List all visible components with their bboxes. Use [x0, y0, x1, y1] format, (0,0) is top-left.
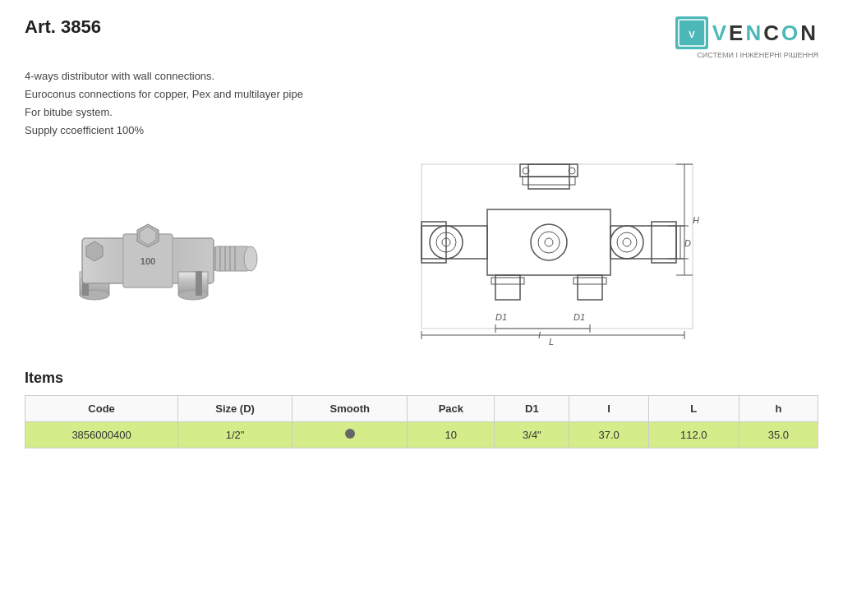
col-header-i: I: [569, 396, 648, 422]
cell-l: 112.0: [648, 422, 739, 448]
svg-text:V: V: [689, 30, 695, 39]
svg-text:100: 100: [140, 256, 155, 266]
svg-rect-27: [523, 177, 575, 185]
svg-point-42: [538, 232, 560, 253]
col-header-pack: Pack: [408, 396, 495, 422]
table-row: 3856000400 1/2" 10 3/4" 37.0 112.0 35.0: [25, 422, 818, 448]
svg-rect-44: [495, 275, 520, 300]
cell-smooth: [293, 422, 408, 448]
svg-text:D1: D1: [495, 312, 507, 322]
svg-point-12: [244, 246, 257, 271]
svg-point-39: [617, 232, 637, 252]
svg-rect-46: [491, 278, 524, 284]
smooth-indicator: [345, 429, 355, 439]
svg-point-43: [545, 238, 553, 246]
cell-h: 35.0: [739, 422, 818, 448]
desc-line4: Supply ccoefficient 100%: [25, 122, 818, 140]
svg-rect-37: [652, 222, 676, 263]
svg-text:L: L: [549, 337, 554, 345]
items-table: Code Size (D) Smooth Pack D1 I L h 38560…: [25, 395, 818, 448]
description: 4-ways distributor with wall connections…: [25, 67, 818, 140]
svg-rect-30: [487, 209, 610, 275]
article-title: Art. 3856: [25, 16, 101, 38]
header: Art. 3856 V VENCON СИСТЕМИ І ІНЖЕНЕРНІ Р…: [25, 16, 818, 59]
items-section: Items Code Size (D) Smooth Pack D1 I L h…: [25, 370, 818, 448]
svg-point-20: [178, 290, 208, 300]
product-svg: 100: [33, 164, 263, 329]
desc-line1: 4-ways distributor with wall connections…: [25, 67, 818, 85]
logo-subtitle: СИСТЕМИ І ІНЖЕНЕРНІ РІШЕННЯ: [697, 51, 818, 59]
cell-d1: 3/4": [495, 422, 569, 448]
svg-point-38: [610, 226, 643, 259]
cell-pack: 10: [408, 422, 495, 448]
svg-point-41: [531, 224, 567, 260]
svg-text:D1: D1: [574, 312, 585, 322]
svg-text:D: D: [684, 238, 691, 248]
logo-area: V VENCON СИСТЕМИ І ІНЖЕНЕРНІ РІШЕННЯ: [675, 16, 818, 59]
svg-point-40: [623, 238, 631, 246]
diagram-area: H D D1 D1 I L: [288, 156, 818, 345]
svg-rect-47: [574, 278, 606, 284]
col-header-d1: D1: [495, 396, 569, 422]
col-header-l: L: [648, 396, 739, 422]
diagram-svg: H D D1 D1 I L: [397, 156, 709, 345]
main-content: 100: [25, 156, 818, 345]
svg-rect-21: [196, 271, 202, 296]
desc-line2: Euroconus connections for copper, Pex an…: [25, 85, 818, 103]
col-header-code: Code: [25, 396, 178, 422]
svg-rect-45: [578, 275, 602, 300]
logo-icon: V: [675, 16, 708, 49]
col-header-h: h: [739, 396, 818, 422]
cell-size: 1/2": [178, 422, 293, 448]
logo: V VENCON: [675, 16, 818, 49]
cell-i: 37.0: [569, 422, 648, 448]
cell-code: 3856000400: [25, 422, 178, 448]
logo-text: VENCON: [712, 21, 818, 46]
page: Art. 3856 V VENCON СИСТЕМИ І ІНЖЕНЕРНІ Р…: [0, 0, 843, 616]
table-header-row: Code Size (D) Smooth Pack D1 I L h: [25, 396, 818, 422]
product-image: 100: [25, 156, 271, 337]
items-title: Items: [25, 370, 818, 387]
svg-text:H: H: [693, 215, 699, 225]
desc-line3: For bitube system.: [25, 103, 818, 122]
col-header-size: Size (D): [178, 396, 293, 422]
col-header-smooth: Smooth: [293, 396, 408, 422]
svg-rect-31: [422, 226, 487, 259]
